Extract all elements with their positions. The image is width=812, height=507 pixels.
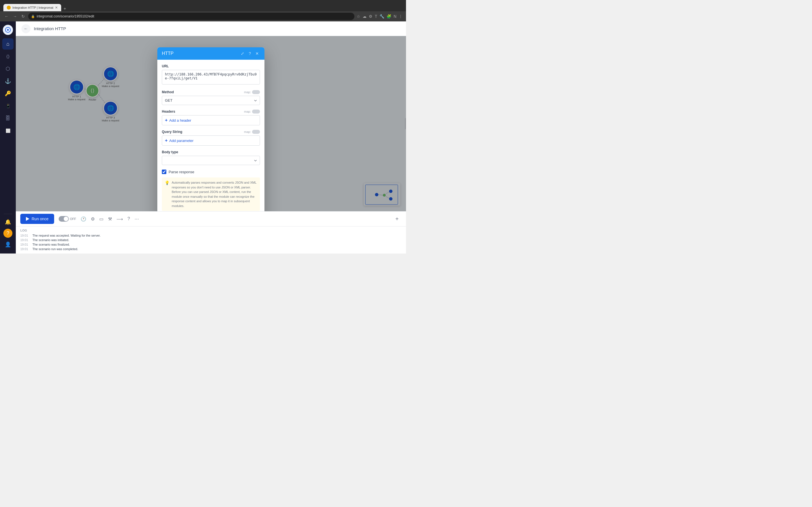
bookmark-icon[interactable]: ☆ [357, 14, 360, 18]
new-tab-button[interactable]: + [61, 6, 68, 11]
modal-title: HTTP [162, 51, 240, 56]
url-input[interactable]: http://188.166.206.43/MfB7F4pqcpyRrv0dKz… [162, 70, 260, 84]
home-icon: ⌂ [6, 41, 10, 47]
modal-close-btn[interactable]: ✕ [254, 51, 260, 56]
run-once-button[interactable]: Run once [20, 214, 54, 224]
run-once-play-icon [26, 217, 29, 221]
method-select[interactable]: GET POST PUT DELETE PATCH HEAD [162, 96, 260, 105]
flow-icon: ⟶ [116, 216, 123, 222]
flow-icon-btn[interactable]: ⟶ [116, 216, 123, 222]
headers-map-switch[interactable] [252, 110, 260, 114]
method-map-label: map: [244, 91, 251, 94]
browser-chrome: Integration HTTP | Integromat ✕ + [0, 0, 406, 11]
query-string-label: Query String map: [162, 130, 260, 134]
toggle-off-label: OFF [70, 217, 76, 221]
browser-tabs: Integration HTTP | Integromat ✕ + [3, 0, 68, 11]
log-time-3: 19:01 [20, 243, 30, 246]
sidebar-item-help[interactable]: ? [3, 229, 12, 238]
back-button[interactable]: ← [21, 24, 31, 33]
sidebar-bottom: 🔔 ? 👤 [2, 213, 13, 250]
extension-icon2[interactable]: T [375, 14, 377, 18]
menu-icon[interactable]: ⋮ [399, 14, 403, 18]
back-nav-btn[interactable]: ← [3, 13, 10, 20]
body-type-select[interactable]: Raw Form data Multipart/form-data [162, 156, 260, 165]
log-time-4: 19:01 [20, 247, 30, 251]
help-icon-btn[interactable]: ? [128, 216, 130, 221]
add-module-btn[interactable]: + [393, 214, 402, 223]
method-label-text: Method [162, 90, 174, 94]
webhooks-icon: ⚓ [5, 78, 11, 84]
forward-nav-btn[interactable]: → [12, 13, 18, 20]
sidebar-item-home[interactable]: ⌂ [2, 38, 13, 50]
active-tab[interactable]: Integration HTTP | Integromat ✕ [3, 4, 61, 11]
tools-icon-btn[interactable]: ⚒ [108, 216, 112, 222]
log-time-2: 19:01 [20, 238, 30, 242]
sidebar-item-datastore[interactable]: 🗄 [2, 113, 13, 124]
sidebar-item-scenarios[interactable]: ⟨⟩ [2, 51, 13, 62]
sidebar-item-connections[interactable]: ⬡ [2, 63, 13, 74]
log-entry-4: 19:01 The scenario run was completed. [20, 247, 402, 251]
refresh-btn[interactable]: ↻ [20, 13, 26, 20]
sidebar-item-notifications[interactable]: 🔔 [2, 216, 13, 228]
headers-map-label: map: [244, 110, 251, 113]
help-circle-icon: ? [128, 216, 130, 221]
page-title: Integration HTTP [34, 26, 66, 31]
parse-response-row: Parse response [162, 170, 260, 174]
add-parameter-btn[interactable]: + Add parameter [162, 135, 260, 146]
extension-icon5[interactable]: N [394, 14, 396, 18]
settings-icon[interactable]: ⚙ [369, 14, 372, 18]
parse-response-checkbox[interactable] [162, 170, 166, 174]
user-avatar-icon: 👤 [5, 241, 11, 247]
query-map-label: map: [244, 130, 251, 133]
connections-icon: ⬡ [6, 66, 10, 72]
query-string-section: Query String map: + Add parameter [162, 130, 260, 146]
tab-favicon [7, 6, 11, 10]
modal-expand-btn[interactable]: ⤢ [240, 51, 245, 56]
sidebar-item-templates[interactable]: ⬜ [2, 125, 13, 136]
address-text: integromat.com/scenario/1955102/edit [37, 14, 352, 18]
tab-title: Integration HTTP | Integromat [12, 6, 53, 9]
modal-body: URL http://188.166.206.43/MfB7F4pqcpyRrv… [157, 60, 264, 211]
main-content: ← Integration HTTP 🌐 HTTP 1Make a reques… [16, 21, 406, 253]
log-header: LOG [20, 229, 402, 232]
sidebar-item-devices[interactable]: 📱 [2, 100, 13, 112]
add-header-btn[interactable]: + Add a header [162, 115, 260, 125]
sidebar-item-user[interactable]: 👤 [2, 239, 13, 250]
modal-help-btn[interactable]: ? [248, 51, 252, 56]
headers-label-text: Headers [162, 110, 175, 114]
extension-icon4[interactable]: 🧩 [387, 14, 391, 18]
more-icon-btn[interactable]: ⋯ [135, 216, 139, 222]
info-icon: 💡 [165, 180, 169, 208]
url-label: URL [162, 64, 260, 68]
query-string-label-text: Query String [162, 130, 183, 134]
log-time-1: 19:01 [20, 234, 30, 237]
app-logo[interactable] [3, 25, 13, 35]
log-message-4: The scenario run was completed. [33, 247, 78, 251]
back-arrow-icon: ← [24, 26, 28, 31]
method-map-switch[interactable] [252, 90, 260, 94]
extension-icon3[interactable]: 🔧 [379, 14, 384, 18]
info-box: 💡 Automatically parses responses and con… [162, 177, 260, 211]
bottom-toolbar: Run once OFF 🕐 ⚙ ▭ ⚒ ⟶ [16, 211, 406, 226]
controls-icon-btn[interactable]: ⚙ [91, 216, 95, 222]
sidebar: ⌂ ⟨⟩ ⬡ ⚓ 🔑 📱 🗄 ⬜ 🔔 ? [0, 21, 16, 253]
tools-icon: ⚒ [108, 216, 112, 222]
canvas-area[interactable]: 🌐 HTTP 1Make a request ⟨⟩ Router 🌐 HTTP … [16, 36, 406, 211]
add-header-label: Add a header [169, 118, 191, 122]
modal-header-actions: ⤢ ? ✕ [240, 51, 260, 56]
sidebar-item-webhooks[interactable]: ⚓ [2, 75, 13, 87]
extension-icon1[interactable]: ☁ [363, 14, 366, 18]
notifications-icon: 🔔 [5, 219, 11, 225]
log-message-1: The request was accepted. Waiting for th… [33, 234, 101, 237]
query-map-switch[interactable] [252, 130, 260, 134]
method-section: Method map: GET POST PUT DELETE [162, 90, 260, 105]
scheduling-icon-btn[interactable]: 🕐 [81, 216, 86, 222]
tab-close-btn[interactable]: ✕ [55, 6, 58, 10]
notes-icon-btn[interactable]: ▭ [99, 216, 103, 222]
devices-icon: 📱 [6, 104, 10, 108]
body-type-section: Body type Raw Form data Multipart/form-d… [162, 150, 260, 165]
method-map-toggle: map: [244, 90, 260, 94]
address-box[interactable]: 🔒 integromat.com/scenario/1955102/edit [28, 13, 354, 20]
sidebar-item-keys[interactable]: 🔑 [2, 88, 13, 99]
toggle-switch[interactable] [59, 216, 69, 222]
